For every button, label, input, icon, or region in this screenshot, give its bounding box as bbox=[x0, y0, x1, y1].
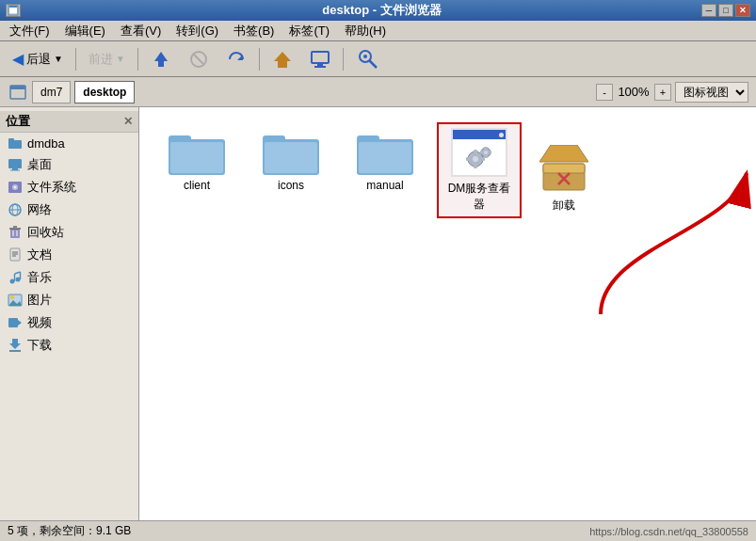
sidebar-item-trash[interactable]: 回收站 bbox=[0, 221, 138, 244]
window-title: desktop - 文件浏览器 bbox=[62, 2, 701, 19]
file-label-dm-service: DM服务查看器 bbox=[442, 181, 516, 213]
zoom-in-button[interactable]: + bbox=[654, 84, 671, 101]
sidebar-label-trash: 回收站 bbox=[27, 224, 64, 241]
svg-rect-9 bbox=[317, 64, 323, 66]
svg-point-13 bbox=[363, 55, 367, 58]
title-bar: desktop - 文件浏览器 ─ □ ✕ bbox=[0, 0, 756, 21]
svg-rect-18 bbox=[8, 159, 22, 168]
sidebar-item-network[interactable]: 网络 bbox=[0, 199, 138, 221]
file-item-manual[interactable]: manual bbox=[343, 122, 427, 218]
images-icon bbox=[8, 293, 23, 308]
back-dropdown-icon[interactable]: ▼ bbox=[54, 54, 63, 64]
sidebar-label-video: 视频 bbox=[27, 314, 52, 331]
menu-help[interactable]: 帮助(H) bbox=[339, 21, 392, 41]
svg-rect-15 bbox=[10, 86, 25, 89]
menu-tabs[interactable]: 标签(T) bbox=[283, 21, 335, 41]
file-item-client[interactable]: client bbox=[154, 122, 239, 218]
svg-rect-56 bbox=[359, 142, 411, 173]
sidebar-header: 位置 ✕ bbox=[0, 111, 138, 133]
file-item-dm-service[interactable]: DM服务查看器 bbox=[437, 122, 522, 218]
forward-button[interactable]: 前进 ▼ bbox=[82, 45, 132, 73]
file-item-icons[interactable]: icons bbox=[249, 122, 333, 218]
close-button[interactable]: ✕ bbox=[735, 4, 750, 17]
sidebar-item-video[interactable]: 视频 bbox=[0, 311, 138, 334]
menu-edit[interactable]: 编辑(E) bbox=[59, 21, 111, 41]
sidebar-item-download[interactable]: 下载 bbox=[0, 334, 138, 357]
app-icon bbox=[6, 4, 21, 17]
up-button[interactable] bbox=[144, 45, 178, 73]
svg-marker-45 bbox=[18, 320, 22, 326]
sidebar-item-filesystem[interactable]: 文件系统 bbox=[0, 176, 138, 199]
stop-icon bbox=[188, 49, 209, 70]
svg-rect-66 bbox=[484, 155, 488, 158]
svg-line-5 bbox=[194, 55, 203, 64]
zoom-value: 100% bbox=[617, 85, 651, 99]
sidebar-label-docs: 文档 bbox=[27, 247, 52, 263]
zoom-out-button[interactable]: - bbox=[596, 84, 613, 101]
svg-line-12 bbox=[369, 60, 377, 68]
svg-rect-47 bbox=[9, 350, 21, 352]
sidebar: 位置 ✕ dmdba 桌面 文件系 bbox=[0, 107, 139, 520]
home-icon bbox=[272, 49, 293, 70]
sidebar-item-music[interactable]: 音乐 bbox=[0, 266, 138, 289]
svg-rect-44 bbox=[8, 318, 18, 327]
breadcrumb-item-desktop[interactable]: desktop bbox=[74, 81, 135, 103]
sidebar-item-docs[interactable]: 文档 bbox=[0, 244, 138, 266]
svg-marker-7 bbox=[274, 52, 291, 68]
sidebar-label-network: 网络 bbox=[27, 201, 52, 218]
folder-icon bbox=[8, 135, 23, 151]
view-mode-select[interactable]: 图标视图 bbox=[675, 82, 748, 103]
status-bar: 5 项，剩余空间：9.1 GB https://blog.csdn.net/qq… bbox=[0, 520, 756, 541]
trash-icon bbox=[8, 225, 23, 240]
separator-2 bbox=[137, 48, 138, 71]
maximize-button[interactable]: □ bbox=[718, 4, 733, 17]
stop-button[interactable] bbox=[182, 45, 216, 73]
computer-icon bbox=[310, 49, 330, 70]
refresh-icon bbox=[226, 49, 247, 70]
svg-rect-68 bbox=[489, 151, 491, 154]
svg-rect-1 bbox=[9, 8, 17, 13]
svg-rect-17 bbox=[8, 138, 14, 142]
back-button[interactable]: ◀ 后退 ▼ bbox=[6, 45, 70, 73]
forward-dropdown-icon[interactable]: ▼ bbox=[116, 54, 125, 64]
svg-rect-8 bbox=[312, 52, 329, 63]
menu-bookmarks[interactable]: 书签(B) bbox=[228, 21, 280, 41]
svg-point-64 bbox=[484, 151, 488, 154]
svg-marker-46 bbox=[9, 339, 21, 349]
folder-manual-icon bbox=[357, 126, 413, 175]
separator-1 bbox=[75, 48, 76, 71]
zoom-controls: - 100% + bbox=[596, 84, 671, 101]
sidebar-label-filesystem: 文件系统 bbox=[27, 179, 76, 196]
svg-marker-3 bbox=[154, 52, 168, 67]
sidebar-item-images[interactable]: 图片 bbox=[0, 289, 138, 311]
network-icon bbox=[8, 202, 23, 217]
menu-view[interactable]: 查看(V) bbox=[115, 21, 167, 41]
main-area: 位置 ✕ dmdba 桌面 文件系 bbox=[0, 107, 756, 520]
breadcrumb-item-dm7[interactable]: dm7 bbox=[32, 81, 71, 103]
svg-marker-71 bbox=[539, 145, 588, 162]
back-label: 后退 bbox=[26, 51, 51, 68]
svg-rect-60 bbox=[474, 165, 477, 168]
minimize-button[interactable]: ─ bbox=[701, 4, 716, 17]
dm-title-dot bbox=[499, 133, 504, 137]
sidebar-item-dmdba[interactable]: dmdba bbox=[0, 133, 138, 153]
uninstall-icon bbox=[539, 145, 588, 194]
docs-icon bbox=[8, 247, 23, 263]
svg-rect-65 bbox=[484, 147, 488, 150]
svg-point-23 bbox=[14, 186, 16, 188]
svg-marker-6 bbox=[237, 55, 243, 60]
computer-button[interactable] bbox=[303, 45, 337, 73]
address-bar: dm7 desktop - 100% + 图标视图 bbox=[0, 77, 756, 107]
menu-goto[interactable]: 转到(G) bbox=[170, 21, 224, 41]
sidebar-label-images: 图片 bbox=[27, 292, 52, 309]
file-label-client: client bbox=[184, 179, 210, 192]
svg-rect-2 bbox=[9, 6, 17, 8]
sidebar-item-desktop[interactable]: 桌面 bbox=[0, 153, 138, 176]
refresh-button[interactable] bbox=[219, 45, 253, 73]
search-button[interactable] bbox=[349, 45, 387, 73]
menu-file[interactable]: 文件(F) bbox=[4, 21, 56, 41]
file-item-uninstall[interactable]: 卸载 bbox=[522, 141, 606, 218]
home-button[interactable] bbox=[265, 45, 299, 73]
sidebar-label-music: 音乐 bbox=[27, 269, 52, 286]
sidebar-close-button[interactable]: ✕ bbox=[123, 115, 133, 128]
